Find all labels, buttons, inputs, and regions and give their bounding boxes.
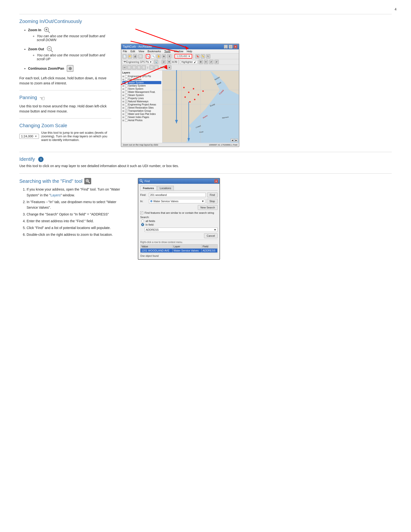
tb-zoom-in-icon[interactable]: 🔍 <box>146 54 150 58</box>
toc-check-gas <box>125 78 127 81</box>
menu-help[interactable]: Help <box>187 50 192 53</box>
step-3: Change the "Search" Option to "In field"… <box>27 212 128 217</box>
zoom-out-icon[interactable]: – <box>47 46 53 53</box>
tb-print-icon[interactable]: 🖨 <box>133 54 137 58</box>
section-divider-search <box>19 173 392 174</box>
find-radio-infield-icon <box>141 223 144 226</box>
result-row-1[interactable]: 1201 WOODLAND AVE Water Service Valves A… <box>140 249 218 253</box>
tb-new-icon[interactable]: 📄 <box>122 54 127 58</box>
arcreader-toc: Layers ⊞ Engineering GPS Pts ⊞ Gas Syste… <box>121 70 162 143</box>
map-scroll-left[interactable]: ◀ <box>231 139 234 142</box>
toc-check-engproj <box>125 104 127 106</box>
tb-zoom-val-icon[interactable]: ▼ <box>167 60 171 64</box>
menu-view[interactable]: View <box>139 50 144 53</box>
gps-dropdown-label: Engineering GPS Pts <box>126 61 149 63</box>
tb3-icon4[interactable]: ⬜ <box>137 65 141 70</box>
toc-item-sanitary[interactable]: ⊞ Sanitary System <box>122 84 161 87</box>
menu-window[interactable]: Window <box>174 50 183 53</box>
tb-select-icon[interactable]: ↖ <box>206 54 210 58</box>
find-in-dropdown[interactable]: V Water Service Valves ▼ <box>149 199 205 203</box>
svg-text:V: V <box>151 200 152 202</box>
col-field: Field <box>201 245 217 249</box>
toc-item-transport[interactable]: ⊞ Transportation Group <box>122 109 161 113</box>
arcreader-menubar: File Edit View Bookmarks Tools Window He… <box>121 49 239 53</box>
find-input[interactable]: 201 woodland <box>149 193 206 197</box>
tb-full-extent-icon[interactable]: ⊕ <box>162 54 166 58</box>
toc-item-watermgmt[interactable]: ⊞ Water Management Feat. <box>122 90 161 94</box>
scale-box[interactable]: 1:229,493 ▼ <box>175 54 192 58</box>
find-in-row: In: V Water Service Valves ▼ <box>140 199 218 204</box>
tb-extras1[interactable]: ⚙ <box>198 60 203 64</box>
find-checkbox[interactable]: ✓ <box>140 211 143 214</box>
tb-extras2[interactable]: ✏ <box>204 60 208 64</box>
minimize-button[interactable]: _ <box>224 45 228 49</box>
maximize-button[interactable]: □ <box>229 45 233 49</box>
tb-extras4[interactable]: ✔ <box>215 60 219 64</box>
cancel-button[interactable]: Cancel <box>204 233 218 238</box>
stop-button[interactable]: Stop <box>207 199 218 204</box>
tb-gps-icon[interactable]: 📡 <box>154 60 158 64</box>
svg-point-45 <box>140 180 142 182</box>
tb-zoom-text-icon[interactable]: Z <box>161 60 166 64</box>
map-nav-buttons[interactable]: ◀ ▶ <box>231 139 238 142</box>
pan-icon[interactable]: ☜ <box>39 95 45 102</box>
tb-bookmark-icon[interactable]: 🔖 <box>195 54 200 58</box>
continuous-zoom-icon[interactable]: ⊕ <box>66 65 74 73</box>
toc-item-sewer[interactable]: ⊞ Sewer Index Pages <box>122 116 161 119</box>
find-radio-in-field[interactable]: In field: <box>141 223 218 226</box>
gps-dropdown[interactable]: 🗺 Engineering GPS Pts ▼ <box>122 60 153 64</box>
tb3-icon1[interactable]: ↩ <box>122 65 127 70</box>
find-button[interactable]: Find <box>207 192 218 197</box>
find-radio-infield-label: In field: <box>146 223 154 226</box>
close-button[interactable]: ✕ <box>234 45 237 49</box>
find-radio-all-fields[interactable]: all fields <box>141 219 218 222</box>
menu-tools[interactable]: Tools <box>164 50 170 53</box>
tb-measure-icon[interactable]: 📏 <box>201 54 205 58</box>
find-tool-icon[interactable] <box>84 178 91 184</box>
tb3-icon2[interactable]: ⬜ <box>127 65 131 70</box>
tb-identify-icon[interactable]: ℹ <box>167 54 171 58</box>
toc-item-water[interactable]: ⊞ Water System <box>122 81 161 84</box>
tb-pan-icon[interactable]: ✋ <box>156 54 161 58</box>
find-field-dropdown[interactable]: ADDRESS ▼ <box>145 228 218 232</box>
menu-edit[interactable]: Edit <box>131 50 135 53</box>
zoom-scale-dropdown[interactable]: 1:24,000 ▼ <box>19 134 39 139</box>
map-scroll-right[interactable]: ▶ <box>234 139 238 142</box>
toc-item-property[interactable]: ⊞ Property Lines <box>122 97 161 100</box>
toc-check-water <box>125 82 128 84</box>
zoom-text-val: 0.70 <box>172 61 177 63</box>
zoom-in-icon[interactable]: + <box>44 27 50 34</box>
find-in-value: Water Service Valves <box>153 200 178 203</box>
section-divider-scale <box>19 118 111 118</box>
highlighter-icon: 🖌 <box>194 61 196 63</box>
tb3-icon7[interactable]: ⬜ <box>154 65 159 70</box>
toc-item-storm[interactable]: ⊞ Storm System <box>122 87 161 90</box>
find-close-button[interactable]: ✕ <box>214 179 218 183</box>
tb3-icon8[interactable]: ▼ <box>167 65 171 70</box>
toc-item-steam[interactable]: ⊞ Steam System <box>122 94 161 97</box>
new-search-button[interactable]: New Search <box>198 205 218 210</box>
toc-item-waterways[interactable]: ⊞ Natural Waterways <box>122 100 161 103</box>
toc-item-streetsites[interactable]: ⊞ Street Restoration Sites <box>122 106 161 109</box>
toc-item-engproj[interactable]: ⊞ Engineering Project Areas <box>122 103 161 106</box>
arcreader-map[interactable]: Norton Road Crystal Euclid Skyline Linda… <box>162 70 239 143</box>
tb3-icon6[interactable]: ⬜ <box>149 65 154 70</box>
toc-item-waterplat[interactable]: ⊞ Water and Gas Plat Index <box>122 113 161 116</box>
identify-icon[interactable]: i <box>38 157 44 162</box>
tb-extras3[interactable]: ✔ <box>209 60 214 64</box>
toc-item-aerial[interactable]: ⊞ Aerial Photos <box>122 119 161 122</box>
menu-file[interactable]: File <box>123 50 127 53</box>
tb3-icon5[interactable]: ⬜ <box>142 65 146 70</box>
tb3-icon3[interactable]: ⬜ <box>132 65 136 70</box>
toc-item-gps[interactable]: ⊞ Engineering GPS Pts <box>122 75 161 78</box>
toc-expand-waterplat: ⊞ <box>122 113 124 115</box>
highlighter-box[interactable]: Highlighter 🖌 <box>180 60 197 64</box>
find-tab-locations[interactable]: Locations <box>157 186 174 190</box>
menu-bookmarks[interactable]: Bookmarks <box>148 50 161 53</box>
tb-zoom-out-icon[interactable]: 🔍 <box>151 54 155 58</box>
tb-sep5 <box>178 60 179 64</box>
tb-copy-icon[interactable]: ⬜ <box>138 54 143 58</box>
find-tab-features[interactable]: Features <box>140 186 157 190</box>
toc-item-gas[interactable]: ⊞ Gas System <box>122 78 161 81</box>
tb-open-icon[interactable]: 📂 <box>128 54 132 58</box>
